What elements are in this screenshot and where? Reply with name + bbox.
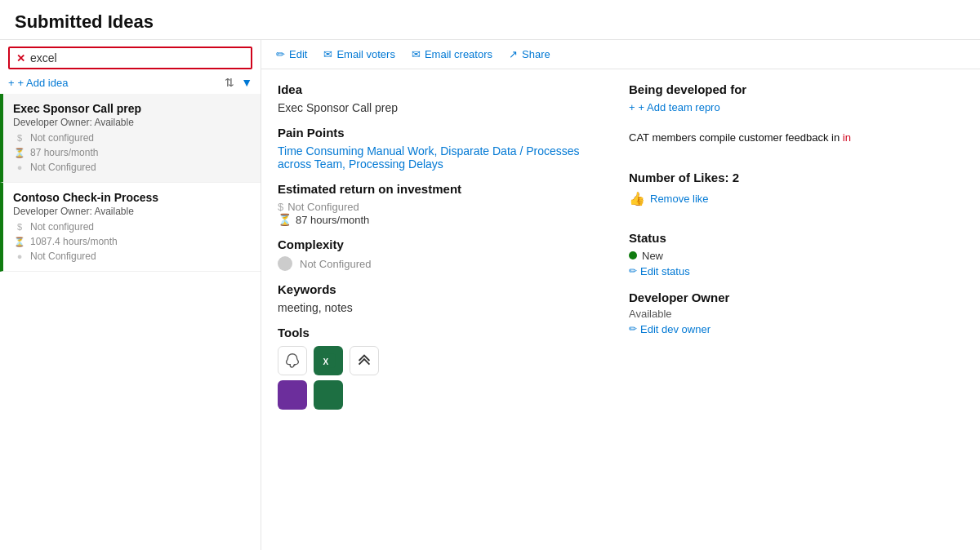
sort-icon[interactable]: ⇅ xyxy=(225,76,234,89)
status-value: New xyxy=(642,250,663,262)
meta-not-configured-2: ● Not Configured xyxy=(13,161,251,174)
tools-label: Tools xyxy=(278,326,596,339)
likes-section: Number of Likes: 2 👍 Remove like xyxy=(629,171,964,206)
meta-not-configured: $ Not configured xyxy=(13,131,251,144)
dollar-icon: $ xyxy=(13,220,26,233)
being-developed-section: Being developed for + + Add team repro xyxy=(629,82,964,113)
excel-tool-icon: X xyxy=(314,346,343,375)
detail-left-column: Idea Exec Sponsor Call prep Pain Points … xyxy=(278,82,621,410)
email-voters-button[interactable]: ✉ Email voters xyxy=(323,48,395,60)
remove-like-label: Remove like xyxy=(650,193,709,205)
pain-points-links[interactable]: Time Consuming Manual Work, Disparate Da… xyxy=(278,144,580,171)
edit-dev-owner-label: Edit dev owner xyxy=(640,323,710,335)
pain-points-value: Time Consuming Manual Work, Disparate Da… xyxy=(278,144,596,171)
idea-section-label: Idea xyxy=(278,82,596,96)
status-section: Status New ✏ Edit status xyxy=(629,231,964,277)
edit-status-label: Edit status xyxy=(640,265,690,277)
list-item[interactable]: Exec Sponsor Call prep Developer Owner: … xyxy=(0,94,261,183)
right-panel: ✏ Edit ✉ Email voters ✉ Email creators ↗… xyxy=(261,40,980,550)
add-idea-label: + Add idea xyxy=(18,77,69,89)
idea-section-value: Exec Sponsor Call prep xyxy=(278,101,596,114)
complexity-row: Not Configured xyxy=(278,256,596,271)
email-creators-button[interactable]: ✉ Email creators xyxy=(412,48,492,60)
list-toolbar: + + Add idea ⇅ ▼ xyxy=(0,73,261,94)
filter-icon[interactable]: ▼ xyxy=(241,76,252,89)
idea-owner: Developer Owner: Available xyxy=(13,117,251,128)
mail-icon-2: ✉ xyxy=(412,48,421,60)
tools-icons: X xyxy=(278,346,596,375)
complexity-value: Not Configured xyxy=(300,258,371,270)
dev-owner-value: Available xyxy=(629,308,964,320)
hourglass-icon: ⏳ xyxy=(13,235,26,248)
email-creators-label: Email creators xyxy=(425,48,492,60)
share-icon: ↗ xyxy=(509,48,518,60)
status-row: New xyxy=(629,250,964,262)
tools-icons-row2 xyxy=(278,380,596,410)
search-bar: ✕ xyxy=(8,47,252,69)
ideas-list: Exec Sponsor Call prep Developer Owner: … xyxy=(0,94,261,550)
dollar-icon-2: $ xyxy=(278,201,283,213)
tool-icon-excel2 xyxy=(314,380,343,410)
cat-note-text: CAT members compile customer feedback in xyxy=(629,131,840,144)
dollar-icon: $ xyxy=(13,131,26,144)
toolbar-icons: ⇅ ▼ xyxy=(225,76,252,89)
being-developed-label: Being developed for xyxy=(629,82,964,96)
meta-hours: ⏳ 1087.4 hours/month xyxy=(13,235,251,248)
likes-label: Number of Likes: 2 xyxy=(629,171,964,184)
detail-body: Idea Exec Sponsor Call prep Pain Points … xyxy=(261,69,980,550)
remove-like-button[interactable]: 👍 Remove like xyxy=(629,191,709,206)
left-panel: ✕ + + Add idea ⇅ ▼ Exec Sponsor Call pre… xyxy=(0,40,261,550)
meta-not-configured-2: ● Not Configured xyxy=(13,250,251,263)
list-item[interactable]: Contoso Check-in Process Developer Owner… xyxy=(0,183,261,272)
roi-label: Estimated return on investment xyxy=(278,182,596,196)
detail-right-column: Being developed for + + Add team repro C… xyxy=(621,82,964,410)
meta-not-configured: $ Not configured xyxy=(13,220,251,233)
tool-icon-purple xyxy=(278,380,307,410)
idea-title: Exec Sponsor Call prep xyxy=(13,102,251,115)
add-team-repro-label: + Add team repro xyxy=(639,101,720,113)
search-input[interactable] xyxy=(30,51,244,64)
pencil-icon: ✏ xyxy=(276,48,285,60)
plus-icon-2: + xyxy=(629,101,635,113)
circle-icon: ● xyxy=(13,250,26,263)
add-team-repro-button[interactable]: + + Add team repro xyxy=(629,101,720,113)
edit-button[interactable]: ✏ Edit xyxy=(276,48,307,60)
share-button[interactable]: ↗ Share xyxy=(509,48,550,60)
mail-icon: ✉ xyxy=(323,48,332,60)
automate-tool-icon xyxy=(350,346,379,375)
email-voters-label: Email voters xyxy=(336,48,395,60)
edit-label: Edit xyxy=(289,48,307,60)
meta-hours: ⏳ 87 hours/month xyxy=(13,146,251,159)
hourglass-icon: ⏳ xyxy=(13,146,26,159)
pain-points-label: Pain Points xyxy=(278,126,596,140)
keywords-value: meeting, notes xyxy=(278,301,596,314)
hourglass-red-icon: ⏳ xyxy=(278,213,292,226)
complexity-circle-icon xyxy=(278,256,292,271)
dev-owner-section: Developer Owner Available ✏ Edit dev own… xyxy=(629,291,964,335)
edit-dev-owner-button[interactable]: ✏ Edit dev owner xyxy=(629,323,710,335)
share-label: Share xyxy=(522,48,550,60)
clear-search-icon[interactable]: ✕ xyxy=(16,52,25,64)
idea-meta: $ Not configured ⏳ 87 hours/month ● Not … xyxy=(13,131,251,174)
idea-title: Contoso Check-in Process xyxy=(13,191,251,204)
plus-icon: + xyxy=(8,77,15,89)
dev-owner-header: Developer Owner xyxy=(629,291,964,304)
svg-text:X: X xyxy=(323,357,329,366)
thumbs-up-icon: 👍 xyxy=(629,191,645,206)
status-header: Status xyxy=(629,231,964,245)
brain-tool-icon xyxy=(278,346,307,375)
roi-hours: ⏳ 87 hours/month xyxy=(278,213,596,226)
roi-not-configured: $ Not Configured xyxy=(278,201,596,213)
edit-status-button[interactable]: ✏ Edit status xyxy=(629,265,690,277)
complexity-label: Complexity xyxy=(278,237,596,251)
main-area: ✕ + + Add idea ⇅ ▼ Exec Sponsor Call pre… xyxy=(0,40,980,550)
keywords-label: Keywords xyxy=(278,282,596,296)
page: Submitted Ideas ✕ + + Add idea ⇅ ▼ xyxy=(0,0,980,550)
cat-note: CAT members compile customer feedback in… xyxy=(629,130,964,146)
detail-toolbar: ✏ Edit ✉ Email voters ✉ Email creators ↗… xyxy=(261,40,980,69)
cat-note-highlight: in xyxy=(843,131,851,144)
pencil-icon-status: ✏ xyxy=(629,265,637,277)
page-title: Submitted Ideas xyxy=(0,0,980,40)
add-idea-button[interactable]: + + Add idea xyxy=(8,77,68,89)
idea-owner: Developer Owner: Available xyxy=(13,206,251,217)
